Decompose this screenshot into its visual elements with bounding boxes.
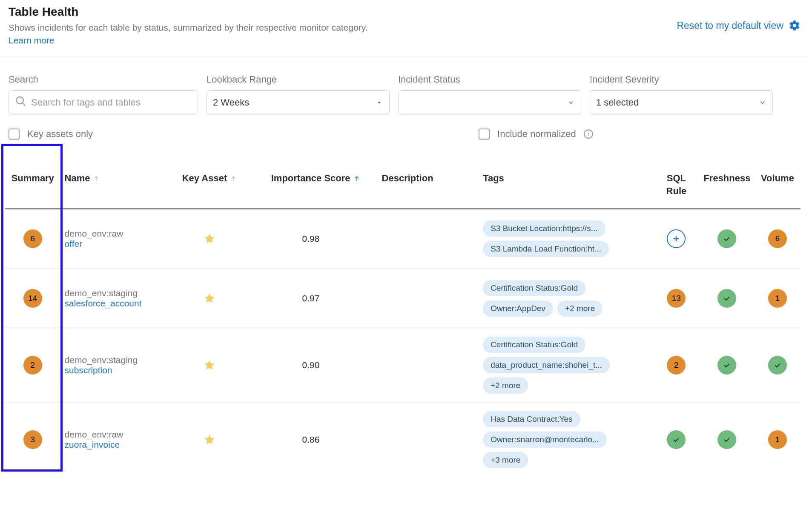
filter-bar: Search Lookback Range 2 Weeks Incident S… (0, 57, 809, 119)
reset-default-view-link[interactable]: Reset to my default view (677, 20, 783, 31)
status-count-badge[interactable]: 13 (667, 289, 686, 308)
tag-pill[interactable]: Owner:snarron@montecarlo... (483, 432, 607, 448)
lookback-select[interactable]: 2 Weeks (207, 90, 390, 115)
page-title: Table Health (9, 5, 392, 19)
chevron-down-icon (567, 99, 575, 106)
importance-score: 0.90 (244, 328, 377, 403)
incident-severity-value: 1 selected (596, 97, 639, 108)
status-ok-badge[interactable] (717, 430, 736, 449)
status-ok-badge[interactable] (717, 229, 736, 248)
table-name-link[interactable]: offer (65, 239, 83, 249)
col-importance-score[interactable]: Importance Score (244, 169, 377, 209)
description-cell (378, 403, 479, 477)
col-freshness[interactable]: Freshness (699, 169, 754, 209)
table-name-link[interactable]: subscription (65, 365, 112, 375)
summary-badge[interactable]: 2 (23, 356, 42, 375)
table-row: 14 demo_env:staging salesforce_account 0… (5, 269, 800, 328)
search-input[interactable] (31, 97, 192, 108)
svg-line-1 (23, 103, 25, 106)
env-label: demo_env:staging (65, 288, 171, 298)
table-row: 6 demo_env:raw offer 0.98 S3 Bucket Loca… (5, 209, 800, 269)
col-key-asset[interactable]: Key Asset (175, 169, 244, 209)
status-ok-badge[interactable] (667, 430, 686, 449)
tags-cell: Certification Status:GoldOwner:AppDev+2 … (483, 280, 649, 317)
tag-pill[interactable]: S3 Lambda Load Function:ht... (483, 241, 609, 257)
checkbox-row: Key assets only Include normalized i (0, 119, 809, 144)
key-assets-only-label: Key assets only (27, 129, 93, 140)
importance-score: 0.86 (244, 403, 377, 477)
importance-score: 0.97 (244, 269, 377, 328)
tag-pill[interactable]: +2 more (557, 300, 602, 317)
description-cell (378, 269, 479, 328)
search-input-wrap[interactable] (9, 90, 198, 115)
add-rule-icon[interactable] (667, 229, 686, 248)
incident-status-select[interactable] (398, 90, 581, 115)
table-name-link[interactable]: salesforce_account (65, 298, 142, 308)
gear-icon[interactable] (789, 20, 800, 31)
table-health-table: Summary Name Key Asset Importance Score … (5, 169, 800, 477)
star-icon[interactable] (180, 359, 240, 371)
status-count-badge[interactable]: 2 (667, 356, 686, 375)
include-normalized-label: Include normalized (497, 129, 576, 140)
tag-pill[interactable]: Has Data Contract:Yes (483, 411, 580, 427)
sort-arrow-up-icon (353, 175, 361, 183)
tag-pill[interactable]: S3 Bucket Location:https://s... (483, 220, 605, 237)
env-label: demo_env:staging (65, 355, 171, 365)
description-cell (378, 209, 479, 269)
importance-score: 0.98 (244, 209, 377, 269)
status-ok-badge[interactable] (717, 289, 736, 308)
col-volume[interactable]: Volume (754, 169, 800, 209)
tag-pill[interactable]: +3 more (483, 452, 528, 468)
search-icon (15, 95, 27, 110)
env-label: demo_env:raw (65, 429, 171, 440)
tag-pill[interactable]: Owner:AppDev (483, 300, 553, 317)
key-assets-only-checkbox[interactable] (9, 129, 20, 140)
status-ok-badge[interactable] (768, 356, 787, 375)
page-header: Table Health Shows incidents for each ta… (0, 0, 809, 57)
table-row: 2 demo_env:staging subscription 0.90 Cer… (5, 328, 800, 403)
tag-pill[interactable]: Certification Status:Gold (483, 337, 585, 353)
chevron-down-icon (759, 99, 766, 106)
tags-cell: Has Data Contract:YesOwner:snarron@monte… (483, 411, 649, 468)
col-summary[interactable]: Summary (5, 169, 60, 209)
col-tags[interactable]: Tags (479, 169, 653, 209)
sort-arrow-up-icon (230, 175, 237, 183)
search-label: Search (9, 74, 198, 85)
incident-status-label: Incident Status (398, 74, 581, 85)
table-name-link[interactable]: zuora_invoice (65, 440, 120, 449)
star-icon[interactable] (180, 233, 240, 245)
lookback-value: 2 Weeks (213, 97, 249, 108)
status-ok-badge[interactable] (717, 356, 736, 375)
lookback-label: Lookback Range (207, 74, 390, 85)
status-count-badge[interactable]: 6 (768, 229, 787, 248)
summary-badge[interactable]: 14 (23, 289, 42, 308)
subtitle-text: Shows incidents for each table by status… (9, 23, 368, 32)
info-icon[interactable]: i (584, 129, 593, 139)
col-name[interactable]: Name (60, 169, 175, 209)
incident-severity-label: Incident Severity (590, 74, 773, 85)
table-container: Summary Name Key Asset Importance Score … (0, 144, 809, 477)
tags-cell: S3 Bucket Location:https://s...S3 Lambda… (483, 220, 649, 257)
sort-arrow-up-icon (92, 175, 100, 183)
status-count-badge[interactable]: 1 (768, 289, 787, 308)
summary-badge[interactable]: 3 (23, 430, 42, 449)
svg-point-0 (17, 97, 23, 103)
env-label: demo_env:raw (65, 229, 171, 239)
table-row: 3 demo_env:raw zuora_invoice 0.86 Has Da… (5, 403, 800, 477)
star-icon[interactable] (180, 434, 240, 446)
tag-pill[interactable]: data_product_name:shohei_t... (483, 357, 610, 373)
caret-down-icon (376, 99, 383, 106)
learn-more-link[interactable]: Learn more (9, 35, 54, 45)
star-icon[interactable] (180, 292, 240, 304)
incident-severity-select[interactable]: 1 selected (590, 90, 773, 115)
col-sql-rule[interactable]: SQL Rule (653, 169, 699, 209)
include-normalized-checkbox[interactable] (479, 129, 490, 140)
status-count-badge[interactable]: 1 (768, 430, 787, 449)
page-subtitle: Shows incidents for each table by status… (9, 21, 392, 47)
description-cell (378, 328, 479, 403)
tag-pill[interactable]: +2 more (483, 378, 528, 394)
summary-badge[interactable]: 6 (23, 229, 42, 248)
tag-pill[interactable]: Certification Status:Gold (483, 280, 585, 296)
tags-cell: Certification Status:Golddata_product_na… (483, 337, 649, 394)
col-description[interactable]: Description (378, 169, 479, 209)
